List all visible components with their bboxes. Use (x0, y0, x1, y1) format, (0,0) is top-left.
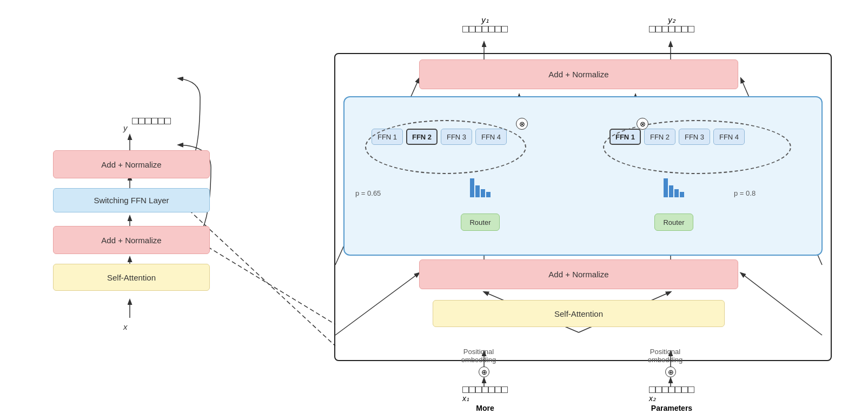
x1-area: x₁ More (462, 386, 508, 412)
y1-grid (462, 26, 508, 32)
dashed-ellipse-right (603, 120, 791, 174)
y2-label: y₂ (649, 15, 694, 25)
blue-region-switching-ffn: p = 0.65 p = 0.8 FFN 1 FFN 2 FFN 3 FFN 4… (343, 96, 823, 256)
pos-embed-right-label: Positionalembedding (641, 348, 690, 364)
bar-chart-right (664, 178, 684, 197)
x2-label: x₂ (649, 394, 656, 403)
otimes-right: ⊗ (637, 118, 648, 130)
y-grid (132, 118, 171, 124)
dashed-ellipse-left (365, 120, 526, 174)
otimes-left: ⊗ (516, 118, 528, 130)
add-normalize-bottom-left: Add + Normalize (53, 226, 210, 254)
x1-grid (462, 386, 508, 393)
more-label: More (462, 404, 508, 412)
router-right: Router (654, 214, 693, 231)
add-normalize-top-left: Add + Normalize (53, 150, 210, 178)
y1-area: y₁ (462, 15, 508, 32)
x-label: x (123, 322, 128, 331)
plus-circle-right: ⊕ (665, 366, 676, 377)
bar-chart-left (470, 178, 491, 197)
parameters-label: Parameters (649, 404, 694, 412)
diagram-container: y Add + Normalize Switching FFN Layer Ad… (0, 0, 868, 420)
self-attention-right: Self-Attention (433, 300, 725, 327)
self-attention-left: Self-Attention (53, 264, 210, 291)
x2-grid (649, 386, 694, 393)
y2-area: y₂ (649, 15, 694, 32)
p-right-label: p = 0.8 (734, 189, 756, 197)
router-left: Router (461, 214, 500, 231)
y1-label: y₁ (462, 15, 508, 25)
x1-label: x₁ (462, 394, 469, 403)
y2-grid (649, 26, 694, 32)
y-label: y (123, 123, 128, 132)
p-left-label: p = 0.65 (355, 189, 381, 197)
add-normalize-bottom-right: Add + Normalize (419, 259, 738, 289)
pos-embed-left-label: Positionalembedding (454, 348, 503, 364)
switching-ffn-layer: Switching FFN Layer (53, 188, 210, 212)
add-normalize-top-right: Add + Normalize (419, 59, 738, 89)
x2-area: x₂ Parameters (649, 386, 694, 412)
plus-circle-left: ⊕ (479, 366, 489, 377)
